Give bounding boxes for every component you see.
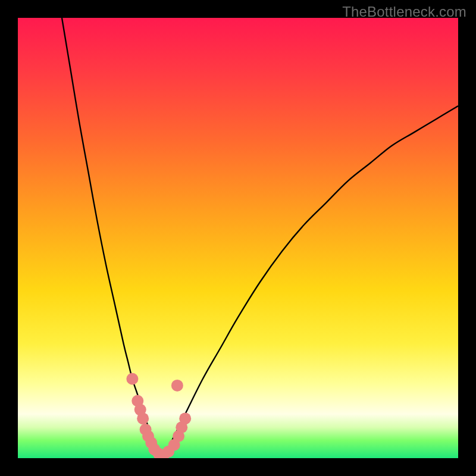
plot-area: [18, 18, 458, 458]
highlight-marker: [171, 380, 183, 392]
chart-stage: TheBottleneck.com: [0, 0, 476, 476]
marker-layer: [18, 18, 458, 458]
highlight-marker: [126, 373, 138, 385]
watermark-text: TheBottleneck.com: [342, 4, 466, 20]
highlight-marker: [179, 412, 191, 424]
highlight-marker: [137, 412, 149, 424]
